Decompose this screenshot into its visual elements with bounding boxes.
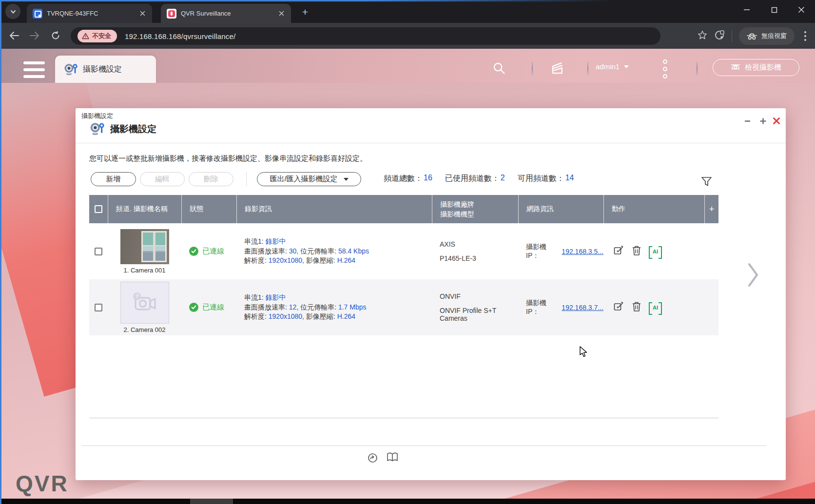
edit-icon[interactable] [613, 301, 624, 314]
column-header-action[interactable]: 動作 [603, 195, 704, 223]
camera-thumbnail[interactable] [120, 229, 169, 264]
modal-minimize-button[interactable] [741, 115, 753, 127]
ip-label: 攝影機 IP： [526, 243, 560, 260]
reload-button[interactable] [48, 28, 63, 43]
header-divider [697, 62, 698, 75]
tab-title: QVR Surveillance [181, 10, 276, 17]
new-tab-button[interactable]: + [298, 5, 312, 19]
forward-button[interactable] [27, 28, 42, 43]
table-header: 頻道. 攝影機名稱 狀態 錄影資訊 攝影機廠牌攝影機機型 網路資訊 動作 + [89, 195, 718, 223]
camera-settings-icon [63, 63, 78, 76]
header-divider [587, 62, 588, 75]
incognito-badge: 無痕視窗 [739, 27, 795, 45]
tab-search-button[interactable] [5, 4, 20, 19]
svg-text:?: ? [135, 293, 138, 299]
camera-brand: ONVIF [440, 292, 461, 300]
stat-label: 已使用頻道數： [445, 174, 500, 184]
column-header-recording[interactable]: 錄影資訊 [236, 195, 432, 223]
screen: TVRQNE-943FFC QVR Surveillance + [0, 0, 815, 504]
description-text: 您可以逐一或整批新增攝影機，接著修改攝影機設定、影像串流設定和錄影喜好設定。 [89, 154, 367, 163]
status-text: 已連線 [202, 303, 224, 312]
view-cameras-button[interactable]: 檢視攝影機 [713, 59, 799, 76]
ai-recognition-icon[interactable]: AI [649, 302, 662, 313]
tab-close-icon[interactable] [276, 9, 286, 19]
export-import-label: 匯出/匯入攝影機設定 [270, 174, 337, 184]
more-options-button[interactable] [663, 59, 667, 78]
add-camera-button[interactable]: 新增 [91, 172, 136, 186]
row-checkbox[interactable] [95, 304, 102, 311]
camera-ip-link[interactable]: 192.168.3.7... [562, 304, 603, 311]
column-header-status[interactable]: 狀態 [181, 195, 236, 223]
delete-icon[interactable] [632, 245, 641, 258]
modal-close-button[interactable] [771, 115, 782, 127]
back-button[interactable] [7, 28, 21, 43]
security-badge[interactable]: 不安全 [78, 30, 117, 42]
camera-name-cell: 1. Camera 001 [108, 223, 181, 279]
network-cell: 攝影機 IP： 192.168.3.7... [518, 279, 603, 335]
chevron-down-icon [10, 8, 17, 15]
brand-cell: AXIS P1465-LE-3 [432, 223, 518, 279]
bookmark-star-icon[interactable] [698, 30, 707, 42]
qvr-favicon-icon [167, 9, 176, 19]
camera-thumbnail-placeholder[interactable]: ? [120, 282, 169, 324]
modal-footer [367, 452, 398, 465]
export-import-button[interactable]: 匯出/匯入攝影機設定 [257, 172, 361, 186]
edit-icon[interactable] [613, 245, 624, 258]
user-manual-icon[interactable] [387, 452, 398, 465]
window-minimize-button[interactable] [733, 0, 760, 19]
brand-cell: ONVIF ONVIF Profile S+T Cameras [432, 279, 518, 335]
table-row[interactable]: ? 2. Camera 002 已連線 串流1: 錄影中 畫面播放速率 [89, 279, 718, 335]
delete-camera-button[interactable]: 刪除 [189, 172, 233, 186]
divider [246, 172, 247, 186]
column-header-brand[interactable]: 攝影機廠牌攝影機機型 [432, 195, 518, 223]
url-bar[interactable]: 不安全 192.168.168.168/qvrsurveillance/ [71, 27, 660, 45]
camera-name: 1. Camera 001 [124, 267, 166, 274]
browser-tab-qfinder[interactable]: TVRQNE-943FFC [27, 4, 152, 23]
column-header-name[interactable]: 頻道. 攝影機名稱 [108, 195, 181, 223]
modal-maximize-button[interactable] [757, 115, 769, 127]
status-cell: 已連線 [181, 279, 236, 335]
window-maximize-button[interactable] [760, 0, 788, 19]
camera-ip-link[interactable]: 192.168.3.5... [562, 248, 603, 255]
remote-connection-icon[interactable] [367, 452, 378, 465]
incognito-label: 無痕視窗 [761, 32, 787, 40]
footer-divider [81, 446, 766, 446]
qnap-favicon-icon [33, 9, 42, 19]
divider [76, 143, 786, 143]
delete-icon[interactable] [632, 301, 641, 314]
next-page-chevron[interactable] [747, 262, 759, 290]
bottom-bar [0, 499, 815, 504]
row-checkbox[interactable] [95, 248, 102, 255]
stat-value: 16 [424, 174, 432, 184]
recording-info-cell: 串流1: 錄影中 畫面播放速率: 12, 位元傳輸率: 1.7 Mbps 解析度… [236, 279, 432, 335]
stat-label: 頻道總數： [384, 174, 423, 184]
browser-tab-qvr[interactable]: QVR Surveillance [161, 4, 291, 23]
connected-check-icon [189, 303, 198, 312]
toolbar-divider [732, 30, 732, 42]
column-header-network[interactable]: 網路資訊 [518, 195, 603, 223]
app-tab-camera-settings[interactable]: 攝影機設定 [55, 56, 156, 83]
camera-settings-icon [89, 122, 105, 136]
view-cameras-label: 檢視攝影機 [745, 63, 781, 72]
connected-check-icon [189, 247, 198, 256]
event-log-icon[interactable] [550, 60, 565, 76]
search-icon[interactable] [491, 60, 507, 76]
add-column-button[interactable]: + [704, 195, 718, 223]
tab-close-icon[interactable] [137, 9, 147, 19]
stat-label: 可用頻道數： [518, 174, 564, 184]
user-menu[interactable]: admin1 [596, 62, 629, 71]
edit-camera-button[interactable]: 編輯 [140, 172, 185, 186]
window-title: 攝影機設定 [81, 112, 113, 120]
table-row[interactable]: 1. Camera 001 已連線 串流1: 錄影中 畫面播放速率: 30, 位… [89, 223, 718, 279]
main-menu-button[interactable] [23, 60, 46, 79]
ai-recognition-icon[interactable]: AI [649, 246, 662, 257]
lens-search-icon[interactable] [714, 30, 725, 42]
filter-button[interactable] [701, 176, 712, 189]
camera-model: P1465-LE-3 [440, 254, 476, 262]
toolbar-right: 無痕視窗 [698, 23, 809, 49]
recording-state: 錄影中 [266, 237, 286, 245]
select-all-checkbox[interactable] [89, 195, 108, 223]
mouse-cursor [579, 346, 590, 360]
window-close-button[interactable] [788, 0, 815, 19]
browser-menu-button[interactable] [801, 31, 809, 41]
